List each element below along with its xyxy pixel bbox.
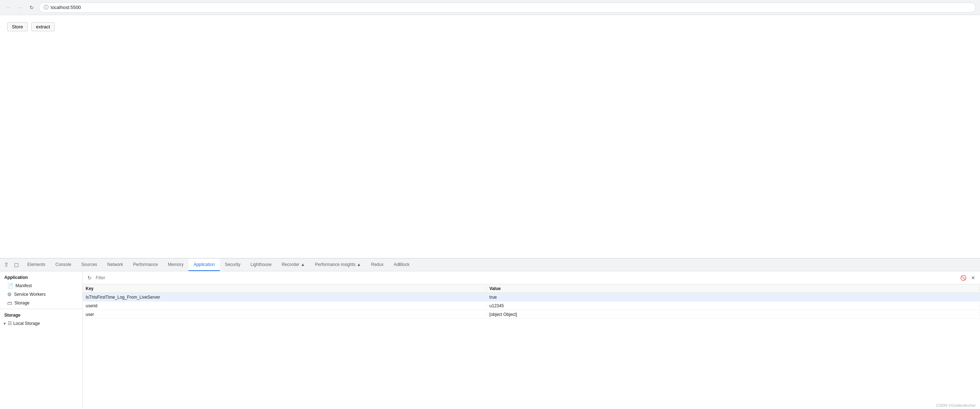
manifest-icon: 📄 <box>7 283 13 289</box>
sidebar-item-service-workers[interactable]: ⚙ Service Workers <box>0 290 83 299</box>
tab-sources[interactable]: Sources <box>76 259 102 271</box>
copyright-text: CSDN ©GoldenArcher <box>936 403 976 407</box>
tab-network[interactable]: Network <box>102 259 128 271</box>
storage-icon: 🗃 <box>7 300 12 306</box>
sidebar-divider <box>0 309 83 309</box>
table-row[interactable]: IsThisFirstTime_Log_From_LiveServertrue <box>83 293 980 301</box>
table-cell-value-1: u12345 <box>487 303 980 308</box>
extract-button[interactable]: extract <box>31 22 55 31</box>
storage-table: Key Value IsThisFirstTime_Log_From_LiveS… <box>83 284 980 409</box>
filter-bar: ↻ 🚫 ✕ <box>83 271 980 284</box>
local-storage-icon: ☷ <box>8 321 12 326</box>
tab-console[interactable]: Console <box>50 259 76 271</box>
reload-button[interactable]: ↻ <box>27 3 36 12</box>
table-row[interactable]: useridu12345 <box>83 301 980 310</box>
devtools-cursor-icon[interactable]: ⇧ <box>2 260 11 269</box>
application-section-header: Application <box>0 273 83 281</box>
tab-performance-insights[interactable]: Performance insights ▲ <box>310 259 366 271</box>
column-header-key: Key <box>83 286 487 291</box>
browser-chrome: ← → ↻ ⓘ localhost:5500 <box>0 0 980 15</box>
column-header-value: Value <box>487 286 980 291</box>
filter-clear-button[interactable]: ✕ <box>969 274 977 282</box>
sidebar-label-service-workers: Service Workers <box>14 292 46 297</box>
devtools-tabs: ElementsConsoleSourcesNetworkPerformance… <box>22 258 414 271</box>
sidebar-label-manifest: Manifest <box>16 283 32 288</box>
url-text: localhost:5500 <box>51 5 81 10</box>
table-cell-value-0: true <box>487 295 980 300</box>
tab-memory[interactable]: Memory <box>163 259 189 271</box>
tab-elements[interactable]: Elements <box>22 259 50 271</box>
table-header: Key Value <box>83 284 980 293</box>
sidebar-item-local-storage[interactable]: ▼ ☷ Local Storage <box>0 319 83 328</box>
store-button[interactable]: Store <box>7 22 28 31</box>
devtools-panel: ⇧ ◻ ElementsConsoleSourcesNetworkPerform… <box>0 258 980 409</box>
back-button[interactable]: ← <box>4 3 13 12</box>
tab-performance[interactable]: Performance <box>128 259 163 271</box>
page-content: Store extract <box>0 15 980 258</box>
devtools-main: ↻ 🚫 ✕ Key Value IsThisFirstTime_Log_From… <box>83 271 980 409</box>
sidebar-item-storage[interactable]: 🗃 Storage <box>0 299 83 307</box>
service-workers-icon: ⚙ <box>7 292 12 297</box>
devtools-mobile-icon[interactable]: ◻ <box>11 260 21 269</box>
forward-button[interactable]: → <box>16 3 24 12</box>
table-rows: IsThisFirstTime_Log_From_LiveServertrueu… <box>83 293 980 319</box>
table-cell-value-2: [object Object] <box>487 312 980 317</box>
info-icon: ⓘ <box>43 4 49 11</box>
sidebar-label-storage: Storage <box>14 300 30 306</box>
filter-refresh-button[interactable]: ↻ <box>86 274 94 282</box>
table-cell-key-2: user <box>83 312 487 317</box>
tab-recorder[interactable]: Recorder ▲ <box>277 259 310 271</box>
expand-arrow-icon: ▼ <box>3 322 6 326</box>
filter-input[interactable] <box>96 275 957 281</box>
tab-security[interactable]: Security <box>220 259 245 271</box>
tab-adblock[interactable]: AdBlock <box>388 259 414 271</box>
sidebar-label-local-storage: Local Storage <box>13 321 40 326</box>
table-cell-key-1: userid <box>83 303 487 308</box>
table-cell-key-0: IsThisFirstTime_Log_From_LiveServer <box>83 295 487 300</box>
filter-no-entry-button[interactable]: 🚫 <box>959 274 967 282</box>
tab-redux[interactable]: Redux <box>366 259 388 271</box>
tab-application[interactable]: Application <box>189 259 220 271</box>
table-row[interactable]: user[object Object] <box>83 310 980 319</box>
devtools-sidebar: Application 📄 Manifest ⚙ Service Workers… <box>0 271 83 409</box>
address-bar[interactable]: ⓘ localhost:5500 <box>39 3 976 13</box>
tab-lighthouse[interactable]: Lighthouse <box>245 259 277 271</box>
storage-section-header: Storage <box>0 311 83 319</box>
devtools-body: Application 📄 Manifest ⚙ Service Workers… <box>0 271 980 409</box>
sidebar-item-manifest[interactable]: 📄 Manifest <box>0 281 83 290</box>
